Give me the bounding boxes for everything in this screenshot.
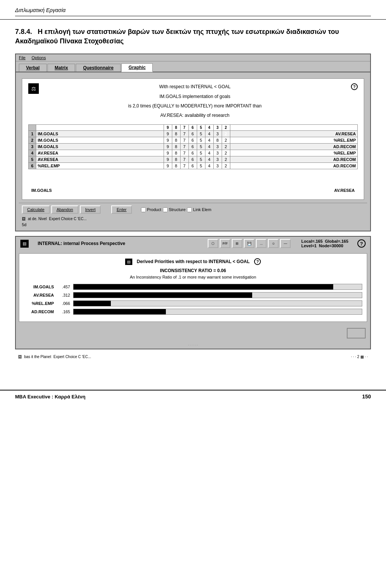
taskbar2-icon: 🖼	[18, 355, 22, 359]
priority-value-2: .312	[57, 293, 70, 297]
taskbar-label1: at de. Nivel	[28, 217, 47, 221]
comparison-area: ⚖ With respect to INTERNAL < GOAL IM.GOA…	[22, 78, 364, 200]
toolbar-pf-btn[interactable]: P/F	[220, 239, 230, 248]
priority-label-1: IM.GOALS	[24, 285, 54, 289]
checkbox-link-elem[interactable]: Link Elem	[187, 207, 211, 212]
priority-label-2: AV.RESEA	[24, 293, 54, 297]
taskbar2-label3: · · · 2 ▦ · ·	[351, 355, 368, 359]
section-number: 7.8.4.	[15, 28, 32, 35]
product-checkbox[interactable]	[141, 207, 146, 212]
page: Διπλωματική Εργασία 7.8.4. Η επιλογή των…	[0, 0, 386, 588]
priority-bar-2	[74, 292, 252, 298]
table-row: 3 IM.GOALS 9 8 7 6 5 4 3 2 AD.RECOM	[29, 144, 358, 150]
inconsistency-ratio: INCONSISTENCY RATIO = 0.06	[24, 268, 362, 273]
comparison-line4: AV.RESEA: availability of research	[43, 112, 346, 119]
toolbar-save-btn[interactable]: 💾	[244, 239, 254, 248]
bottom-dots: · · · · ·	[16, 341, 370, 349]
priority-value-1: .457	[57, 285, 70, 289]
tab-questionnaire[interactable]: Questionnaire	[76, 64, 121, 72]
comparison-line1: With respect to INTERNAL < GOAL	[43, 83, 346, 90]
help-icon-derived[interactable]: ?	[254, 258, 261, 265]
priority-bars: IM.GOALS .457 AV.RESEA .312	[24, 284, 362, 315]
bottom-labels: IM.GOALS AV.RESEA	[28, 186, 358, 195]
comparison-table: 9 8 7 6 5 4 3 2	[28, 124, 358, 169]
comparison-line3: is 2,0 times (EQUALLY to MODERATELY) mor…	[43, 103, 346, 110]
checkbox-product[interactable]: Product	[141, 207, 161, 212]
header-title: Διπλωματική Εργασία	[15, 7, 66, 13]
enter-button[interactable]: Enter	[111, 205, 132, 214]
priority-value-3: .066	[57, 301, 70, 306]
priority-bar-container-1	[73, 284, 362, 290]
priority-row-4: AD.RECOM .165	[24, 309, 362, 315]
derived-section: ▤ Derived Priorities with respect to INT…	[19, 253, 367, 322]
internal-title: INTERNAL: internal Process Perspective	[38, 241, 202, 246]
tab-verbal[interactable]: Verbal	[19, 64, 47, 72]
help-icon-internal[interactable]: ?	[357, 239, 366, 248]
toolbar-network-btn[interactable]: ⬡	[208, 239, 218, 248]
taskbar-icon1: 🖼	[22, 217, 26, 221]
comparison-line2: IM.GOALS implementation of goals	[43, 93, 346, 100]
menu-options[interactable]: Options	[32, 55, 46, 60]
local-global-info: Local=.165 Global=.165 Level=1 Node=3000…	[301, 239, 348, 248]
tab-graphic[interactable]: Graphic	[121, 63, 153, 72]
priority-bar-4	[74, 309, 166, 314]
help-icon-top[interactable]: ?	[351, 83, 358, 90]
main-content: 7.8.4. Η επιλογή των στατιστικών βαρών τ…	[0, 20, 386, 360]
table-row: 2 IM.GOALS 9 8 7 6 5 4 8 2 %REL.EMP	[29, 137, 358, 144]
toolbar-face-btn[interactable]: ☺	[268, 239, 279, 248]
section-title: Η επιλογή των στατιστικών βαρών των δεικ…	[15, 28, 339, 45]
taskbar-label2: Expert Choice C 'EC...	[49, 217, 87, 221]
link-elem-checkbox[interactable]	[187, 207, 192, 212]
invert-button[interactable]: Invert	[80, 205, 101, 214]
taskbar2-label1: bas it the Planet	[24, 355, 51, 359]
table-row: 1 IM.GOALS 9 8 7 6 5 4 3 2 AV.RESEA	[29, 131, 358, 137]
internal-window: ▤ INTERNAL: internal Process Perspective…	[15, 236, 371, 349]
priority-bar-container-2	[73, 292, 362, 298]
buttons-row: Calculate Abandon Invert Enter Product S…	[19, 203, 367, 216]
priority-bar-container-4	[73, 309, 362, 315]
derived-title: Derived Priorities with respect to INTER…	[137, 259, 250, 264]
table-row: 5 AV.RESEA 9 8 7 6 5 4 3 2 AD.RECOM	[29, 156, 358, 163]
toolbar-dots-btn[interactable]: ...	[256, 239, 267, 248]
priority-row-2: AV.RESEA .312	[24, 292, 362, 298]
priority-label-4: AD.RECOM	[24, 309, 54, 314]
internal-header: ▤ INTERNAL: internal Process Perspective…	[16, 237, 370, 250]
ahp-window: File Options Verbal Matrix Questionnaire…	[15, 54, 371, 231]
section-heading: 7.8.4. Η επιλογή των στατιστικών βαρών τ…	[15, 27, 371, 46]
menubar: File Options	[16, 54, 370, 61]
balance-icon: ⚖	[28, 83, 39, 94]
priority-label-3: %REL.EMP	[24, 301, 54, 306]
taskbar-row2: 🖼 bas it the Planet Expert Choice C 'EC.…	[15, 354, 371, 360]
abandon-button[interactable]: Abandon	[51, 205, 78, 214]
page-footer: MBA Executive : Καρρά Ελένη 150	[0, 390, 386, 403]
bottom-right-label: AV.RESEA	[334, 188, 355, 193]
checkbox-group: Product Structure Link Elem	[141, 207, 211, 212]
table-row: 6 %REL.EMP 9 8 7 6 5 4 3 2 AD.RECOM	[29, 163, 358, 169]
table-row: 4 AV.RESEA 9 8 7 6 5 4 3 2 %REL.EMP	[29, 150, 358, 156]
monitor-icon-derived: ▤	[125, 259, 132, 265]
taskbar-row1: 🖼 at de. Nivel Expert Choice C 'EC...	[19, 216, 367, 222]
small-rect	[347, 328, 366, 338]
calculate-button[interactable]: Calculate	[22, 205, 50, 214]
inconsistency-note: An Inconsistency Ratio of .1 or more may…	[24, 275, 362, 279]
priority-value-4: .165	[57, 309, 70, 314]
toolbar-table-btn[interactable]: ⊞	[232, 239, 242, 248]
footer-left: MBA Executive : Καρρά Ελένη	[15, 394, 86, 400]
priority-bar-1	[74, 284, 333, 289]
toolbar-dash-btn[interactable]: —	[280, 239, 291, 248]
toolbar-icons: ⬡ P/F ⊞ 💾 ... ☺ —	[208, 239, 291, 248]
priority-bar-container-3	[73, 300, 362, 306]
structure-checkbox[interactable]	[163, 207, 168, 212]
derived-header: ▤ Derived Priorities with respect to INT…	[24, 258, 362, 265]
menu-file[interactable]: File	[19, 55, 26, 60]
monitor-icon-left: ▤	[20, 240, 29, 248]
small-label: 5d	[19, 222, 367, 228]
tabs-bar: Verbal Matrix Questionnaire Graphic	[16, 61, 370, 72]
checkbox-structure[interactable]: Structure	[163, 207, 186, 212]
bottom-left-label: IM.GOALS	[31, 188, 52, 193]
tab-matrix[interactable]: Matrix	[47, 64, 75, 72]
footer-page: 150	[362, 394, 371, 400]
page-header: Διπλωματική Εργασία	[0, 0, 386, 20]
taskbar2-label2: Expert Choice C 'EC...	[54, 355, 91, 359]
priority-bar-3	[74, 301, 111, 306]
